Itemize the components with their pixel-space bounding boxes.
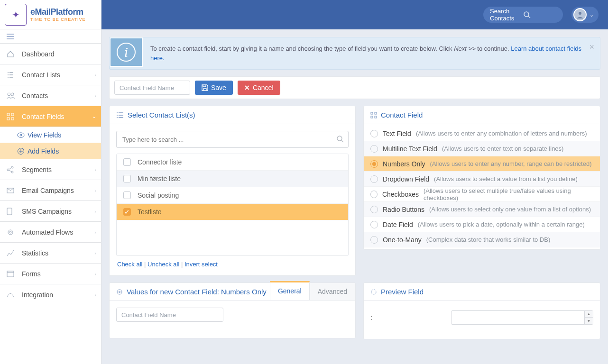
field-name-input[interactable] bbox=[114, 81, 190, 95]
stepper-down-icon[interactable]: ▼ bbox=[584, 318, 593, 324]
field-type-option[interactable]: Numbers Only (Allows users to enter any … bbox=[364, 156, 600, 172]
select-lists-panel: Select Contact List(s) Connector liste M… bbox=[109, 106, 356, 276]
subnav-add-fields[interactable]: Add Fields bbox=[0, 143, 101, 159]
list-search-input[interactable] bbox=[116, 131, 349, 148]
field-type-hint: (Allows users to select a value from a l… bbox=[434, 175, 578, 182]
checkbox-icon[interactable] bbox=[123, 158, 131, 166]
sidebar-item-label: Segments bbox=[22, 166, 52, 173]
svg-point-1 bbox=[11, 93, 14, 96]
panel-header: Contact Field bbox=[364, 106, 600, 124]
radio-icon[interactable] bbox=[370, 145, 378, 153]
svg-point-11 bbox=[11, 171, 13, 173]
radio-icon[interactable] bbox=[370, 206, 378, 213]
svg-point-17 bbox=[524, 12, 529, 17]
sidebar-item-automated-flows[interactable]: Automated Flows › bbox=[0, 222, 101, 243]
sidebar-item-label: Statistics bbox=[22, 249, 48, 257]
panel-title: Preview Field bbox=[381, 288, 424, 296]
number-input[interactable] bbox=[451, 310, 593, 325]
sidebar-item-forms[interactable]: Forms › bbox=[0, 264, 101, 284]
sidebar-item-integration[interactable]: Integration › bbox=[0, 284, 101, 305]
global-search[interactable]: Search Contacts bbox=[483, 7, 563, 23]
subnav-label: Add Fields bbox=[28, 147, 59, 155]
chevron-right-icon: › bbox=[94, 72, 96, 78]
list-bulk-actions: Check all | Uncheck all | Invert select bbox=[116, 256, 349, 269]
contact-list-box: Connector liste Min første liste Social … bbox=[116, 154, 349, 256]
svg-point-26 bbox=[371, 290, 376, 294]
svg-point-10 bbox=[11, 166, 13, 168]
logo-mark-icon: ✦ bbox=[5, 4, 27, 26]
sidebar-item-contact-fields[interactable]: Contact Fields ⌄ bbox=[0, 106, 101, 127]
sidebar-item-contacts[interactable]: Contacts › bbox=[0, 85, 101, 106]
check-all-link[interactable]: Check all bbox=[117, 261, 142, 268]
radio-icon[interactable] bbox=[370, 236, 378, 244]
uncheck-all-link[interactable]: Uncheck all bbox=[147, 261, 179, 268]
sidebar-item-segments[interactable]: Segments › bbox=[0, 159, 101, 180]
panel-title: Values for new Contact Field: Numbers On… bbox=[127, 288, 267, 296]
field-type-option[interactable]: Text Field (Allows users to enter any co… bbox=[364, 126, 600, 141]
tab-general[interactable]: General bbox=[270, 281, 310, 300]
radio-icon[interactable] bbox=[370, 221, 378, 228]
action-toolbar: Save ✕ Cancel bbox=[109, 76, 600, 99]
field-type-option[interactable]: Date Field (Allows users to pick a date,… bbox=[364, 217, 600, 232]
brand-logo[interactable]: ✦ eMailPlatform TIME TO BE CREATIVE bbox=[0, 0, 101, 29]
banner-close-button[interactable]: × bbox=[589, 42, 594, 52]
menu-icon bbox=[7, 34, 14, 39]
list-item[interactable]: Social posting bbox=[117, 187, 348, 204]
sidebar-item-email-campaigns[interactable]: Email Campaigns › bbox=[0, 180, 101, 201]
radio-icon[interactable] bbox=[370, 191, 378, 198]
field-type-name: Multiline Text Field bbox=[383, 145, 437, 153]
chevron-down-icon: ⌄ bbox=[590, 12, 594, 18]
brand-name: eMailPlatform bbox=[30, 7, 86, 17]
save-icon bbox=[202, 84, 208, 91]
list-item[interactable]: ✓Testliste bbox=[117, 204, 348, 220]
subnav-view-fields[interactable]: View Fields bbox=[0, 127, 101, 143]
values-tabs: General Advanced bbox=[270, 282, 355, 300]
chevron-right-icon: › bbox=[94, 271, 96, 277]
field-type-option[interactable]: Multiline Text Field (Allows users to en… bbox=[364, 141, 600, 156]
search-placeholder: Search Contacts bbox=[490, 8, 523, 22]
grid-icon bbox=[7, 113, 17, 120]
save-button[interactable]: Save bbox=[195, 81, 233, 95]
stepper-up-icon[interactable]: ▲ bbox=[584, 311, 593, 318]
svg-rect-22 bbox=[371, 116, 373, 118]
topbar: Search Contacts ⌄ bbox=[101, 0, 608, 29]
cancel-button[interactable]: ✕ Cancel bbox=[238, 81, 280, 95]
tab-advanced[interactable]: Advanced bbox=[310, 282, 355, 300]
list-item[interactable]: Connector liste bbox=[117, 154, 348, 171]
radio-icon[interactable] bbox=[370, 175, 378, 183]
svg-point-24 bbox=[117, 290, 122, 294]
field-type-option[interactable]: One-to-Many (Complex data store that wor… bbox=[364, 232, 600, 247]
invert-select-link[interactable]: Invert select bbox=[184, 261, 218, 268]
sidebar-item-statistics[interactable]: Statistics › bbox=[0, 243, 101, 264]
field-type-option[interactable]: Dropdown Field (Allows users to select a… bbox=[364, 172, 600, 187]
checkbox-icon[interactable] bbox=[123, 191, 131, 199]
preview-number-input[interactable]: ▲ ▼ bbox=[451, 310, 593, 325]
field-type-option[interactable]: Radio Buttons (Allows users to select on… bbox=[364, 202, 600, 217]
field-type-option[interactable]: Checkboxes (Allows users to select multi… bbox=[364, 187, 600, 202]
radio-icon[interactable] bbox=[370, 130, 378, 137]
checkbox-icon[interactable] bbox=[123, 175, 131, 182]
chevron-right-icon: › bbox=[94, 292, 96, 298]
sidebar-item-dashboard[interactable]: Dashboard bbox=[0, 44, 101, 64]
svg-point-0 bbox=[8, 93, 10, 96]
svg-rect-4 bbox=[7, 118, 9, 120]
panel-header: Select Contact List(s) bbox=[110, 106, 355, 124]
sidebar-item-sms-campaigns[interactable]: SMS Campaigns › bbox=[0, 201, 101, 222]
chart-icon bbox=[7, 250, 17, 256]
sidebar-item-label: Email Campaigns bbox=[22, 187, 74, 194]
sidebar-collapse-toggle[interactable] bbox=[0, 29, 101, 44]
list-item[interactable]: Min første liste bbox=[117, 171, 348, 187]
sidebar-item-label: Forms bbox=[22, 270, 41, 278]
svg-point-19 bbox=[337, 136, 342, 141]
values-name-input[interactable] bbox=[116, 308, 223, 322]
field-type-name: Text Field bbox=[383, 130, 411, 137]
field-type-name: Checkboxes bbox=[382, 191, 419, 198]
checkbox-icon[interactable]: ✓ bbox=[123, 208, 131, 216]
svg-rect-21 bbox=[375, 112, 377, 114]
sidebar-item-contact-lists[interactable]: Contact Lists › bbox=[0, 64, 101, 85]
svg-point-15 bbox=[9, 231, 11, 233]
svg-point-9 bbox=[7, 169, 9, 171]
user-menu[interactable]: ⌄ bbox=[571, 7, 599, 23]
sidebar-item-label: Dashboard bbox=[22, 50, 55, 58]
radio-icon[interactable] bbox=[370, 160, 378, 168]
